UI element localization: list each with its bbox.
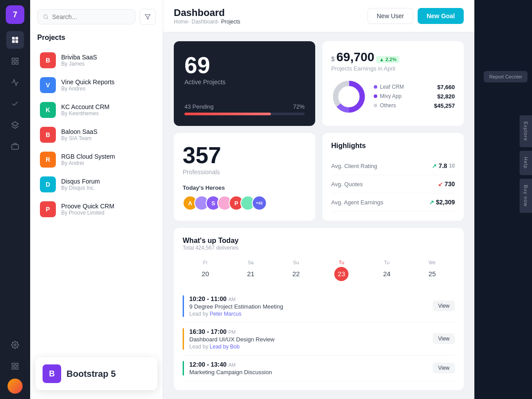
cal-day-num: 22	[289, 267, 303, 281]
svg-rect-4	[12, 58, 14, 60]
whats-up-header: What's up Today Total 424,567 deliveries	[183, 237, 455, 251]
explore-tab[interactable]: Explore	[520, 115, 532, 147]
event-view-button[interactable]: View	[433, 333, 455, 344]
project-item[interactable]: K KC Account CRM By Keenthemes	[37, 98, 156, 121]
event-time: 10:20 - 11:00 AM	[189, 295, 455, 302]
highlight-label: Avg. Agent Earnings	[331, 199, 383, 206]
calendar-day[interactable]: We 25	[410, 258, 455, 283]
event-lead-link[interactable]: Lead by Bob	[210, 344, 239, 350]
event-lead-link[interactable]: Peter Marcus	[210, 311, 241, 317]
search-box[interactable]	[37, 9, 135, 24]
cal-day-name: We	[411, 260, 454, 265]
cal-day-name: Su	[274, 260, 318, 265]
cal-day-name: Tu	[320, 260, 363, 265]
filter-button[interactable]	[140, 9, 156, 25]
cal-day-name: Fr	[184, 260, 227, 265]
sidebar-item-layers[interactable]	[6, 116, 24, 134]
svg-rect-14	[16, 367, 18, 369]
cal-day-num: 23	[334, 267, 348, 281]
row-1: 69 Active Projects 43 Pending 72% $ 69,7…	[174, 41, 464, 126]
hero-avatar: +42	[252, 196, 267, 211]
calendar-day[interactable]: Fr 20	[183, 258, 228, 283]
svg-rect-11	[12, 363, 14, 365]
svg-rect-9	[12, 145, 19, 149]
progress-bar-fill	[184, 113, 271, 115]
pending-pct: 72%	[293, 103, 305, 110]
sidebar-item-chart[interactable]	[6, 74, 24, 91]
user-profile-avatar[interactable]	[8, 379, 23, 394]
event-title: Marketing Campaign Discussion	[189, 369, 455, 376]
svg-rect-3	[16, 40, 18, 43]
sidebar-bottom	[6, 336, 24, 394]
event-time: 12:00 - 13:40 AM	[189, 361, 455, 368]
event-view-button[interactable]: View	[433, 363, 455, 373]
project-item[interactable]: B Baloon SaaS By SIA Team	[37, 123, 156, 146]
legend-label: Others	[374, 102, 396, 109]
calendar-day[interactable]: Sa 21	[228, 258, 273, 283]
new-goal-button[interactable]: New Goal	[418, 8, 464, 24]
bootstrap-logo: B	[43, 364, 61, 383]
legend-dot	[374, 104, 377, 107]
svg-rect-7	[16, 62, 18, 64]
new-user-button[interactable]: New User	[368, 8, 413, 24]
project-item[interactable]: B Briviba SaaS By James	[37, 49, 156, 72]
sidebar-item-grid[interactable]	[6, 52, 24, 70]
report-center-button[interactable]: Report Cecnter	[484, 71, 528, 82]
project-logo: V	[40, 77, 56, 93]
whats-up-title: What's up Today	[183, 237, 455, 245]
project-item[interactable]: P Proove Quick CRM By Proove Limited	[37, 198, 156, 221]
sidebar-item-briefcase[interactable]	[6, 137, 24, 155]
highlight-row: Avg. Quotes ↙ 730	[331, 175, 455, 193]
project-name: Proove Quick CRM	[61, 203, 114, 210]
whats-up-section: What's up Today Total 424,567 deliveries…	[174, 228, 464, 390]
calendar-day[interactable]: Tu 23	[319, 258, 364, 283]
events-list: 10:20 - 11:00 AM 9 Degree Project Estima…	[183, 290, 455, 381]
project-item[interactable]: D Disqus Forum By Disqus Inc.	[37, 173, 156, 196]
project-info: RGB Cloud System By Andrei	[61, 153, 115, 166]
cal-day-num: 20	[198, 267, 212, 281]
breadcrumb-home: Home-	[174, 19, 190, 25]
sidebar-item-dashboard[interactable]	[6, 31, 24, 49]
svg-marker-17	[145, 15, 150, 20]
project-name: Briviba SaaS	[61, 54, 97, 61]
sidebar-item-grid2[interactable]	[6, 357, 24, 375]
project-info: Proove Quick CRM By Proove Limited	[61, 203, 114, 216]
event-bar	[183, 361, 184, 376]
bootstrap-card: B Bootstrap 5	[35, 357, 157, 390]
user-avatar-number: 7	[6, 5, 24, 24]
earnings-badge: ▲ 2.2%	[376, 56, 399, 63]
legend-label: Leaf CRM	[374, 84, 404, 90]
calendar-day[interactable]: Su 22	[274, 258, 319, 283]
heroes-label: Today's Heroes	[183, 184, 306, 191]
highlight-value: ↙ 730	[438, 180, 455, 188]
event-view-button[interactable]: View	[433, 301, 455, 311]
project-by: By Proove Limited	[61, 210, 114, 216]
help-tab[interactable]: Help	[520, 151, 532, 175]
sidebar-item-settings[interactable]	[6, 336, 24, 354]
search-icon	[43, 14, 49, 20]
project-logo: K	[40, 102, 56, 118]
project-logo: R	[40, 152, 56, 168]
project-info: Baloon SaaS By SIA Team	[61, 128, 98, 141]
project-item[interactable]: V Vine Quick Reports By Andres	[37, 74, 156, 97]
event-bar	[183, 328, 184, 350]
project-info: Vine Quick Reports By Andres	[61, 78, 114, 92]
project-name: RGB Cloud System	[61, 153, 115, 160]
calendar-day[interactable]: Tu 24	[364, 258, 409, 283]
buy-now-tab[interactable]: Buy now	[520, 179, 532, 213]
svg-rect-13	[12, 367, 14, 369]
svg-rect-6	[12, 62, 14, 64]
event-time: 16:30 - 17:00 PM	[189, 328, 455, 335]
whats-up-subtitle: Total 424,567 deliveries	[183, 245, 455, 251]
highlight-label: Avg. Client Rating	[331, 163, 377, 169]
highlights-card: Highlights Avg. Client Rating ↗ 7.8 10 A…	[322, 133, 464, 220]
project-item[interactable]: R RGB Cloud System By Andrei	[37, 148, 156, 171]
legend-dot	[374, 94, 377, 98]
project-by: By Disqus Inc.	[61, 185, 100, 191]
project-info: Disqus Forum By Disqus Inc.	[61, 178, 100, 191]
sidebar-item-check[interactable]	[6, 95, 24, 113]
event-content: 12:00 - 13:40 AM Marketing Campaign Disc…	[189, 361, 455, 376]
search-input[interactable]	[52, 13, 129, 20]
row-2: 357 Professionals Today's Heroes ASP+42 …	[174, 133, 464, 220]
legend-name: Leaf CRM	[380, 84, 404, 90]
